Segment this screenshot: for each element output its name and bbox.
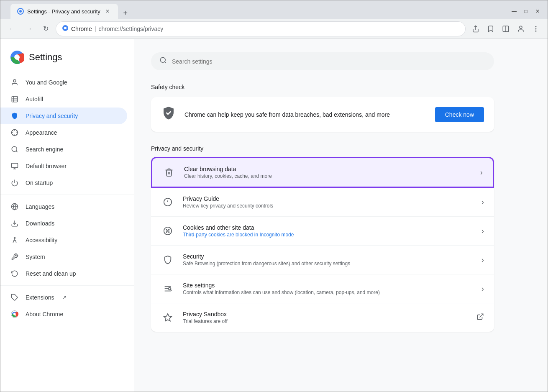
clear-browsing-data-item[interactable]: Clear browsing data Clear history, cooki… xyxy=(151,157,494,188)
tab-close-button[interactable]: ✕ xyxy=(104,8,111,15)
sidebar-item-downloads[interactable]: Downloads xyxy=(0,215,127,232)
security-text: Security Safe Browsing (protection from … xyxy=(183,253,473,266)
address-content: Chrome | chrome://settings/privacy xyxy=(62,25,459,33)
clear-browsing-data-subtitle: Clear history, cookies, cache, and more xyxy=(184,173,472,179)
security-title: Security xyxy=(183,253,473,260)
search-input[interactable] xyxy=(172,58,486,65)
sidebar-label-default-browser: Default browser xyxy=(26,163,67,169)
safety-check-card: Chrome can help keep you safe from data … xyxy=(151,97,494,132)
new-tab-button[interactable]: + xyxy=(120,7,131,19)
privacy-settings-list: Clear browsing data Clear history, cooki… xyxy=(151,157,494,332)
languages-icon xyxy=(10,202,19,211)
lock-icon xyxy=(62,25,69,33)
privacy-sandbox-text: Privacy Sandbox Trial features are off xyxy=(183,311,468,324)
menu-button[interactable] xyxy=(529,22,543,36)
address-separator: | xyxy=(95,26,96,32)
site-settings-icon xyxy=(161,282,174,295)
sidebar-item-on-startup[interactable]: On startup xyxy=(0,174,127,191)
svg-point-39 xyxy=(166,229,167,230)
extensions-icon xyxy=(10,293,19,302)
privacy-sandbox-subtitle: Trial features are off xyxy=(183,318,468,324)
privacy-guide-item[interactable]: Privacy Guide Review key privacy and sec… xyxy=(151,188,494,217)
forward-button[interactable]: → xyxy=(22,22,36,36)
privacy-guide-chevron: › xyxy=(481,198,484,207)
bookmark-button[interactable] xyxy=(484,22,497,36)
downloads-icon xyxy=(10,219,19,228)
back-button[interactable]: ← xyxy=(5,22,19,36)
sidebar-item-about-chrome[interactable]: About Chrome xyxy=(0,306,127,323)
svg-point-32 xyxy=(13,313,16,315)
sidebar-label-search-engine: Search engine xyxy=(26,146,63,153)
on-startup-icon xyxy=(10,179,19,187)
svg-point-19 xyxy=(12,146,17,151)
svg-point-40 xyxy=(169,229,169,230)
reset-cleanup-icon xyxy=(10,269,19,278)
main-content: Safety check Chrome can help keep you sa… xyxy=(134,39,548,392)
profile-button[interactable] xyxy=(514,22,528,36)
svg-point-1 xyxy=(19,10,22,13)
safety-check-description: Chrome can help keep you safe from data … xyxy=(184,111,427,118)
privacy-guide-text: Privacy Guide Review key privacy and sec… xyxy=(183,195,473,209)
sidebar-label-about-chrome: About Chrome xyxy=(26,311,63,318)
site-settings-item[interactable]: Site settings Controls what information … xyxy=(151,274,494,303)
svg-marker-49 xyxy=(164,314,172,321)
svg-rect-14 xyxy=(12,96,18,102)
svg-point-9 xyxy=(535,31,536,31)
search-box[interactable] xyxy=(151,52,494,70)
about-chrome-icon xyxy=(10,310,19,318)
svg-line-50 xyxy=(480,314,483,317)
sidebar-label-extensions: Extensions xyxy=(26,294,54,301)
clear-browsing-data-text: Clear browsing data Clear history, cooki… xyxy=(184,166,472,179)
privacy-section-title: Privacy and security xyxy=(151,145,494,152)
close-button[interactable]: ✕ xyxy=(533,6,543,16)
privacy-sandbox-external-icon xyxy=(476,313,484,322)
svg-line-34 xyxy=(164,61,166,63)
sidebar-item-you-and-google[interactable]: You and Google xyxy=(0,74,127,91)
sidebar-item-autofill[interactable]: Autofill xyxy=(0,91,127,108)
sidebar-label-privacy-security: Privacy and security xyxy=(26,113,78,119)
sidebar-label-system: System xyxy=(26,254,45,260)
svg-point-7 xyxy=(535,26,536,27)
sidebar-item-extensions[interactable]: Extensions ↗ xyxy=(0,289,127,306)
share-button[interactable] xyxy=(469,22,482,36)
reload-button[interactable]: ↻ xyxy=(39,22,52,36)
sidebar-item-default-browser[interactable]: Default browser xyxy=(0,158,127,174)
clear-browsing-data-chevron: › xyxy=(480,168,483,177)
svg-point-8 xyxy=(535,28,536,29)
privacy-sandbox-icon xyxy=(161,311,174,324)
site-settings-title: Site settings xyxy=(183,282,473,289)
search-engine-icon xyxy=(10,145,19,154)
privacy-sandbox-item[interactable]: Privacy Sandbox Trial features are off xyxy=(151,303,494,332)
sidebar-item-privacy-security[interactable]: Privacy and security xyxy=(0,108,127,124)
sidebar-label-on-startup: On startup xyxy=(26,179,53,186)
split-screen-button[interactable] xyxy=(499,22,512,36)
sidebar-item-accessibility[interactable]: Accessibility xyxy=(0,232,127,249)
safety-check-section-title: Safety check xyxy=(151,84,531,90)
cookies-item[interactable]: Cookies and other site data Third-party … xyxy=(151,217,494,246)
svg-line-20 xyxy=(16,151,17,152)
sidebar-item-reset-cleanup[interactable]: Reset and clean up xyxy=(0,265,127,282)
privacy-guide-subtitle: Review key privacy and security controls xyxy=(183,203,473,209)
sidebar-item-appearance[interactable]: Appearance xyxy=(0,124,127,141)
site-settings-subtitle: Controls what information sites can use … xyxy=(183,290,473,295)
sidebar-label-you-and-google: You and Google xyxy=(26,79,67,86)
check-now-button[interactable]: Check now xyxy=(435,107,484,122)
sidebar-item-search-engine[interactable]: Search engine xyxy=(0,141,127,158)
minimize-button[interactable]: — xyxy=(509,6,519,16)
extensions-external-icon: ↗ xyxy=(62,295,67,300)
privacy-guide-title: Privacy Guide xyxy=(183,195,473,202)
site-settings-chevron: › xyxy=(481,284,484,293)
tab-title: Settings - Privacy and security xyxy=(27,8,100,15)
active-tab[interactable]: Settings - Privacy and security ✕ xyxy=(10,4,118,19)
address-bar[interactable]: Chrome | chrome://settings/privacy xyxy=(56,21,466,36)
maximize-button[interactable]: □ xyxy=(521,6,531,16)
sidebar-item-system[interactable]: System xyxy=(0,249,127,265)
default-browser-icon xyxy=(10,162,19,170)
you-and-google-icon xyxy=(10,78,19,87)
security-item[interactable]: Security Safe Browsing (protection from … xyxy=(151,246,494,274)
safety-shield-icon xyxy=(161,105,176,123)
svg-point-43 xyxy=(167,231,168,231)
chrome-logo-icon xyxy=(10,51,24,64)
sidebar-item-languages[interactable]: Languages xyxy=(0,198,127,215)
privacy-sandbox-title: Privacy Sandbox xyxy=(183,311,468,318)
